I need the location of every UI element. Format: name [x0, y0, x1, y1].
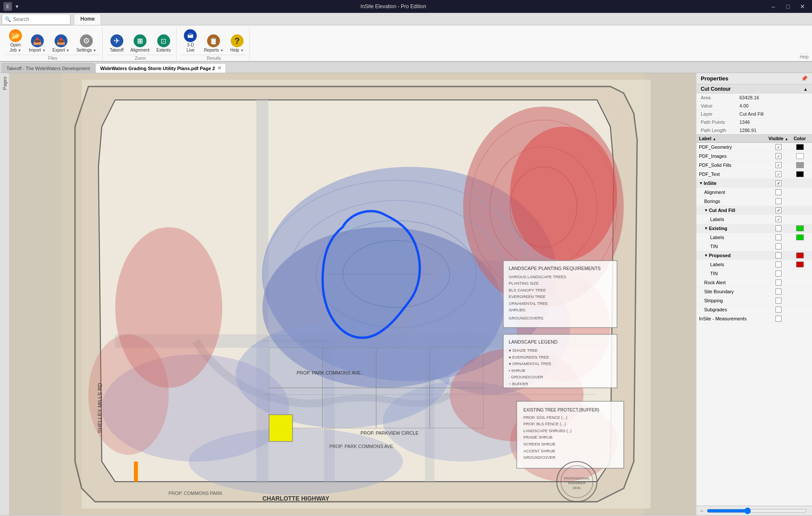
layers-table-header: Label ▲ Visible ▲ Color — [696, 135, 812, 143]
export-icon: 📤 — [55, 34, 67, 47]
search-input[interactable] — [13, 16, 60, 22]
zoom-group-label: Zoom — [107, 55, 174, 61]
visibility-checkbox-labels-existing[interactable] — [775, 234, 781, 240]
layer-site-boundary: Site Boundary — [696, 287, 812, 296]
visibility-checkbox-labels-cutfill[interactable]: ✓ — [775, 216, 781, 222]
close-button[interactable]: ✕ — [797, 2, 809, 11]
svg-text:SEAL: SEAL — [573, 486, 582, 490]
svg-rect-76 — [269, 415, 293, 441]
svg-text:● EVERGREEN TREE: ● EVERGREEN TREE — [509, 355, 549, 359]
collapse-icon[interactable]: ▲ — [803, 87, 808, 92]
svg-text:ACCENT SHRUB: ACCENT SHRUB — [523, 449, 555, 453]
svg-text:GROUNDCOVERS: GROUNDCOVERS — [509, 316, 543, 320]
visibility-checkbox-labels-proposed[interactable] — [775, 261, 781, 267]
slider-minus-icon[interactable]: − — [700, 507, 703, 514]
color-swatch-labels-proposed[interactable] — [796, 261, 804, 267]
expand-insite-icon[interactable]: ▼ — [699, 181, 703, 185]
visibility-checkbox-pdf-solidfills[interactable]: ✓ — [775, 162, 781, 168]
svg-text:CHARLOTTE HIGHWAY: CHARLOTTE HIGHWAY — [263, 495, 330, 502]
layer-group-proposed: ▼ Proposed — [696, 251, 812, 260]
visibility-checkbox-tin-proposed[interactable] — [775, 270, 781, 276]
visibility-checkbox-cutfill[interactable]: ✓ — [775, 207, 781, 213]
visibility-checkbox-pdf-images[interactable]: ✓ — [775, 153, 781, 159]
visibility-checkbox-existing[interactable] — [775, 225, 781, 231]
svg-text:● ORNAMENTAL TREE: ● ORNAMENTAL TREE — [509, 362, 551, 366]
color-swatch-labels-existing[interactable] — [796, 234, 804, 240]
visibility-checkbox-pdf-text[interactable]: ✓ — [775, 171, 781, 177]
window-controls: – □ ✕ — [767, 2, 809, 11]
color-swatch-proposed[interactable] — [796, 252, 804, 258]
visibility-checkbox-insite[interactable]: ✓ — [775, 180, 781, 186]
open-job-button[interactable]: 📂 Open Job ▼ — [6, 27, 25, 54]
files-group-label: Files — [6, 55, 100, 61]
settings-icon: ⚙ — [80, 34, 93, 47]
svg-text:- GROUNDCOVER: - GROUNDCOVER — [509, 375, 543, 379]
visibility-checkbox-insite-measurements[interactable] — [775, 316, 781, 322]
color-swatch-pdf-text[interactable] — [796, 171, 804, 177]
layer-borings: Borings — [696, 197, 812, 206]
color-swatch-pdf-geometry[interactable] — [796, 144, 804, 150]
col-label-header[interactable]: Label ▲ — [699, 136, 766, 141]
color-swatch-pdf-images[interactable] — [796, 153, 804, 159]
tab-close-btn[interactable]: ✕ — [217, 65, 221, 71]
zoom-slider[interactable] — [707, 508, 807, 514]
layer-group-insite: ▼ InSite ✓ — [696, 179, 812, 188]
export-button[interactable]: 📤 Export ▼ — [49, 27, 73, 54]
color-swatch-existing[interactable] — [796, 225, 804, 231]
tab-widewaters[interactable]: WideWaters Grading Storm Utility Plans.p… — [95, 63, 226, 73]
svg-text:SCREEN SHRUB: SCREEN SHRUB — [523, 442, 555, 446]
visibility-checkbox-site-boundary[interactable] — [775, 289, 781, 295]
layer-subgrades: Subgrades — [696, 305, 812, 314]
maximize-button[interactable]: □ — [782, 2, 794, 11]
prop-value: Value 4.00 — [696, 102, 812, 110]
minimize-button[interactable]: – — [767, 2, 779, 11]
color-swatch-pdf-solidfills[interactable] — [796, 162, 804, 168]
extents-icon: ⊡ — [157, 34, 170, 47]
visibility-checkbox-subgrades[interactable] — [775, 307, 781, 313]
import-button[interactable]: 📥 Import ▼ — [26, 27, 49, 54]
svg-text:~ BUFFER: ~ BUFFER — [509, 382, 528, 386]
svg-text:PROP. COMMONS PARK: PROP. COMMONS PARK — [168, 491, 223, 496]
results-group-label: Results — [181, 55, 247, 61]
3dlive-button[interactable]: 🏔 3-D Live — [181, 27, 200, 54]
properties-panel: Properties 📌 Cut Contour ▲ Area 63428.16… — [696, 73, 812, 515]
reports-button[interactable]: 📋 Reports ▼ — [201, 27, 226, 54]
visibility-checkbox-borings[interactable] — [775, 198, 781, 204]
expand-proposed-icon[interactable]: ▼ — [704, 253, 708, 258]
search-bar[interactable]: 🔍 — [2, 14, 70, 25]
prop-layer: Layer Cut And Fill — [696, 110, 812, 118]
zoom-slider-area: − — [696, 506, 812, 515]
visibility-checkbox-pdf-geometry[interactable]: ✓ — [775, 144, 781, 150]
properties-pin-icon[interactable]: 📌 — [801, 75, 808, 82]
svg-text:EVERGREEN TREE: EVERGREEN TREE — [509, 295, 546, 299]
help-button[interactable]: ? Help ▼ — [227, 27, 247, 54]
col-visible-header[interactable]: Visible ▲ — [766, 136, 790, 141]
map-area[interactable]: LANDSCAPE PLANTING REQUIREMENTS VARIOUS … — [9, 73, 696, 515]
pages-label[interactable]: Pages — [2, 75, 7, 92]
expand-existing-icon[interactable]: ▼ — [704, 226, 708, 230]
extents-button[interactable]: ⊡ Extents — [153, 27, 174, 54]
tab-home[interactable]: Home — [74, 14, 101, 25]
tab-takeoff[interactable]: Takeoff - The WideWaters Development — [2, 63, 95, 73]
app-menu-btn[interactable]: ▼ — [15, 4, 19, 9]
settings-button[interactable]: ⚙ Settings ▼ — [73, 27, 100, 54]
title-bar: E ▼ InSite Elevation - Pro Edition – □ ✕ — [0, 0, 812, 13]
visibility-checkbox-tin-existing[interactable] — [775, 243, 781, 249]
visibility-checkbox-stripping[interactable] — [775, 298, 781, 304]
alignment-button[interactable]: ⊞ Alignment — [128, 27, 153, 54]
open-icon: 📂 — [9, 29, 22, 42]
visibility-checkbox-alignment[interactable] — [775, 189, 781, 195]
layer-alignment: Alignment — [696, 188, 812, 197]
layer-rock-alert: Rock Alert — [696, 278, 812, 287]
takeoff-button[interactable]: ✈ Takeoff — [107, 27, 127, 54]
expand-cutfill-icon[interactable]: ▼ — [704, 208, 708, 212]
pages-sidebar[interactable]: Pages — [0, 73, 9, 515]
layer-labels-cutfill: Labels ✓ — [696, 215, 812, 224]
layer-labels-existing: Labels — [696, 233, 812, 242]
svg-text:PROP. PARKVIEW CIRCLE: PROP. PARKVIEW CIRCLE — [360, 430, 418, 436]
cut-contour-header[interactable]: Cut Contour ▲ — [696, 84, 812, 94]
map-canvas: LANDSCAPE PLANTING REQUIREMENTS VARIOUS … — [9, 73, 696, 515]
visibility-checkbox-proposed[interactable] — [775, 252, 781, 258]
workspace: Takeoff - The WideWaters Development Wid… — [0, 62, 812, 515]
visibility-checkbox-rock-alert[interactable] — [775, 280, 781, 286]
